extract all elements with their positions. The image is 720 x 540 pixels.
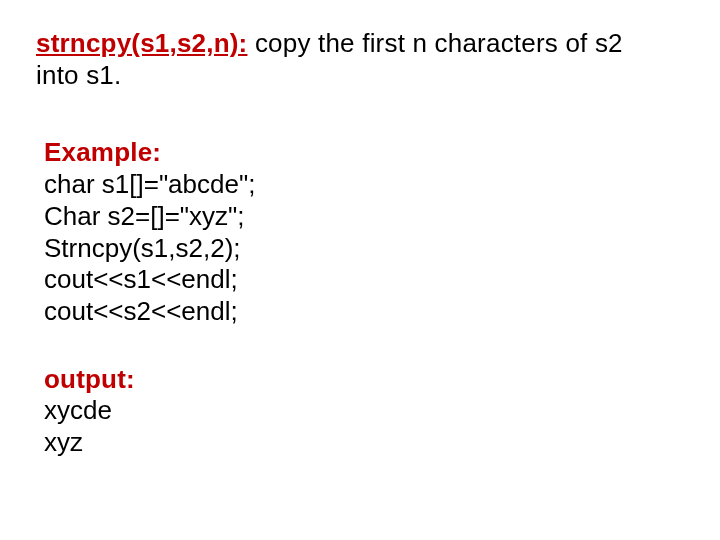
example-block: Example: char s1[]="abcde"; Char s2=[]="… [44,137,690,327]
example-line: cout<<s1<<endl; [44,264,690,296]
output-block: output: xycde xyz [44,364,690,459]
example-line: Char s2=[]="xyz"; [44,201,690,233]
example-line: cout<<s2<<endl; [44,296,690,328]
output-line: xycde [44,395,690,427]
output-label: output: [44,364,690,396]
function-desc-2: into s1. [36,60,690,92]
example-line: char s1[]="abcde"; [44,169,690,201]
function-signature: strncpy(s1,s2,n): [36,28,247,58]
spacer [36,328,690,364]
function-desc-1: copy the first n characters of s2 [247,28,622,58]
output-line: xyz [44,427,690,459]
example-label: Example: [44,137,690,169]
spacer [36,91,690,137]
example-line: Strncpy(s1,s2,2); [44,233,690,265]
function-signature-line: strncpy(s1,s2,n): copy the first n chara… [36,28,690,60]
slide-content: strncpy(s1,s2,n): copy the first n chara… [0,0,720,540]
